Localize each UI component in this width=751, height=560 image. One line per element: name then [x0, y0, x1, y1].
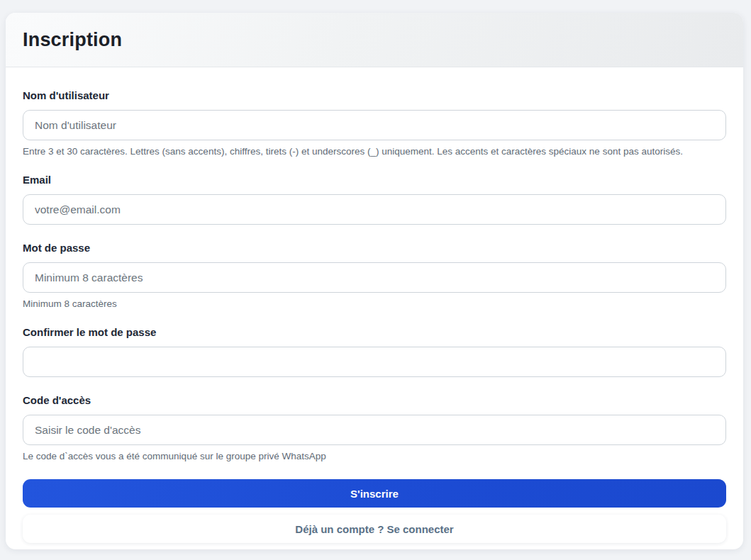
username-helper: Entre 3 et 30 caractères. Lettres (sans … — [23, 146, 726, 157]
password-helper: Minimum 8 caractères — [23, 298, 726, 309]
access-code-helper: Le code d`accès vous a été communiqué su… — [23, 451, 726, 461]
card-header: Inscription — [6, 13, 743, 67]
confirm-password-label: Confirmer le mot de passe — [23, 326, 726, 338]
page-title: Inscription — [23, 29, 122, 51]
access-code-input[interactable] — [23, 415, 726, 445]
email-input[interactable] — [23, 194, 726, 225]
form-group-password: Mot de passe Minimum 8 caractères — [23, 242, 726, 309]
form-group-email: Email — [23, 174, 726, 225]
password-label: Mot de passe — [23, 242, 726, 254]
form-group-access-code: Code d'accès Le code d`accès vous a été … — [23, 394, 726, 461]
signup-card: Inscription Nom d'utilisateur Entre 3 et… — [6, 13, 743, 549]
signup-form: Nom d'utilisateur Entre 3 et 30 caractèr… — [6, 67, 743, 549]
email-label: Email — [23, 174, 726, 186]
login-link-button[interactable]: Déjà un compte ? Se connecter — [23, 515, 726, 543]
username-input[interactable] — [23, 110, 726, 140]
confirm-password-input[interactable] — [23, 347, 726, 377]
access-code-label: Code d'accès — [23, 394, 726, 406]
password-input[interactable] — [23, 262, 726, 293]
signup-button[interactable]: S'inscrire — [23, 479, 726, 508]
form-group-username: Nom d'utilisateur Entre 3 et 30 caractèr… — [23, 89, 726, 157]
username-label: Nom d'utilisateur — [23, 89, 726, 101]
form-group-confirm-password: Confirmer le mot de passe — [23, 326, 726, 377]
